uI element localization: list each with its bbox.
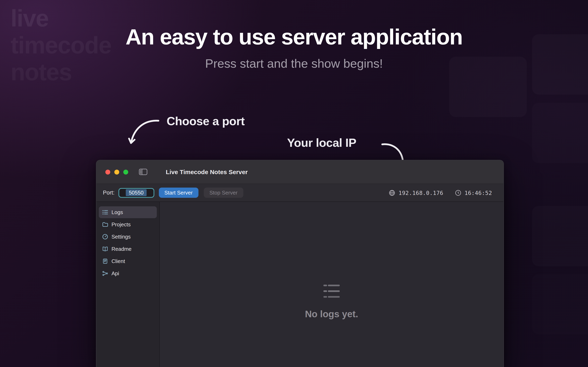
sidebar-item-projects[interactable]: Projects <box>99 218 157 230</box>
annotation-local-ip: Your local IP <box>287 136 356 150</box>
sidebar-item-api[interactable]: Api <box>99 267 157 279</box>
zoom-button[interactable] <box>123 169 128 174</box>
empty-state: No logs yet. <box>160 284 503 320</box>
api-icon <box>102 270 108 276</box>
sidebar-item-label: Readme <box>112 246 131 252</box>
globe-icon <box>389 189 395 196</box>
clock-status: 16:46:52 <box>455 189 492 196</box>
stop-server-button[interactable]: Stop Server <box>204 188 243 198</box>
sidebar-item-label: Api <box>112 270 119 276</box>
port-value: 50550 <box>126 189 146 196</box>
sidebar-toggle-icon[interactable] <box>139 168 147 175</box>
page: live timecode notes An easy to use serve… <box>0 0 588 367</box>
sidebar-item-label: Settings <box>112 234 131 240</box>
folder-icon <box>102 221 108 227</box>
background-tile <box>532 274 588 334</box>
background-tile <box>532 206 588 266</box>
sidebar-item-label: Logs <box>112 209 123 215</box>
sidebar-item-settings[interactable]: Settings <box>99 231 157 243</box>
window-titlebar: Live Timecode Notes Server <box>96 160 503 184</box>
background-tile <box>532 103 588 163</box>
device-icon <box>102 258 108 264</box>
clock-icon <box>455 189 461 196</box>
page-title: An easy to use server application <box>0 25 588 48</box>
clock-value: 16:46:52 <box>465 189 492 196</box>
app-window: Live Timecode Notes Server Port: 50550 S… <box>96 160 504 367</box>
close-button[interactable] <box>105 169 110 174</box>
sidebar-item-logs[interactable]: Logs <box>99 206 157 218</box>
traffic-lights <box>105 169 128 174</box>
minimize-button[interactable] <box>114 169 119 174</box>
local-ip-value: 192.168.0.176 <box>398 189 443 196</box>
list-icon-large <box>323 284 341 299</box>
annotation-choose-port: Choose a port <box>167 115 245 128</box>
sidebar-item-label: Client <box>112 258 125 264</box>
book-icon <box>102 246 108 252</box>
empty-state-text: No logs yet. <box>305 309 358 320</box>
logs-panel: No logs yet. <box>160 202 503 367</box>
gauge-icon <box>102 234 108 240</box>
sidebar-item-readme[interactable]: Readme <box>99 243 157 255</box>
hero: An easy to use server application Press … <box>0 25 588 70</box>
window-title: Live Timecode Notes Server <box>166 168 248 175</box>
window-toolbar: Port: 50550 Start Server Stop Server 192… <box>96 184 503 202</box>
list-icon <box>102 209 108 215</box>
sidebar: Logs Projects <box>96 202 160 367</box>
port-label: Port: <box>103 190 114 196</box>
sidebar-item-label: Projects <box>112 221 131 227</box>
start-server-button[interactable]: Start Server <box>159 188 199 198</box>
sidebar-item-client[interactable]: Client <box>99 255 157 267</box>
page-subtitle: Press start and the show begins! <box>0 57 588 70</box>
window-body: Logs Projects <box>96 202 503 367</box>
arrow-to-port <box>131 121 158 143</box>
local-ip-status: 192.168.0.176 <box>389 189 443 196</box>
port-input[interactable]: 50550 <box>118 188 154 198</box>
